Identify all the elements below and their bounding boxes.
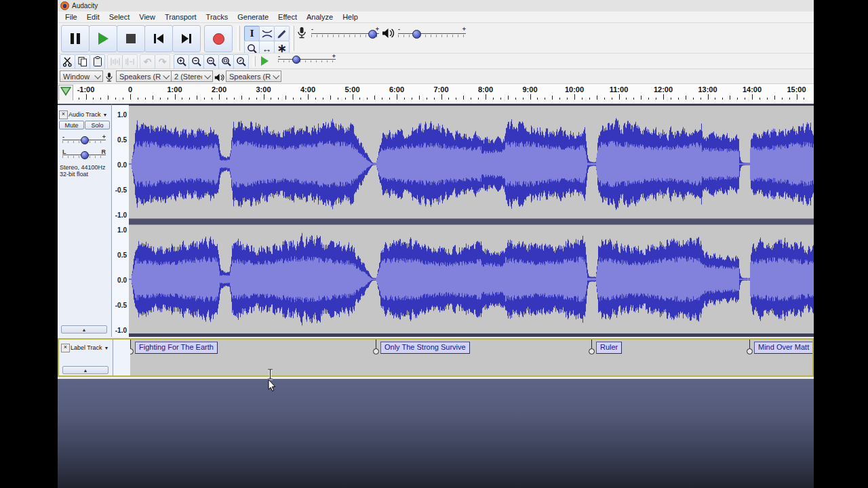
timeline-ruler[interactable]: -1:0001:002:003:004:005:006:007:008:009:… — [58, 83, 814, 101]
slider-thumb[interactable] — [368, 30, 377, 39]
ruler-tick — [456, 98, 456, 100]
gain-slider[interactable]: -+ — [62, 134, 106, 146]
menu-transport[interactable]: Transport — [160, 12, 201, 22]
recording-device-select[interactable]: Speakers (Realt — [116, 70, 172, 82]
ruler-tick — [86, 94, 87, 100]
edit-toolbar: ↶↷-+ — [58, 53, 814, 69]
ruler-tick — [278, 98, 279, 100]
toolbar-grip[interactable] — [292, 26, 294, 51]
scale-value: -1.0 — [115, 212, 127, 219]
playback-volume-slider[interactable]: -+ — [398, 26, 466, 41]
play-button[interactable] — [89, 25, 117, 52]
collapse-track-button[interactable]: ▲ — [62, 366, 108, 374]
pencil-icon — [276, 28, 288, 40]
label-drag-handle[interactable] — [373, 348, 379, 354]
ruler-tick — [300, 98, 301, 100]
timeline-pin-button[interactable] — [58, 85, 73, 101]
fit-project-button[interactable] — [218, 54, 234, 69]
label-text[interactable]: Fighting For The Earth — [135, 342, 218, 354]
slider-thumb[interactable] — [81, 136, 89, 144]
label-text[interactable]: Mind Over Matt — [754, 342, 812, 354]
scale-value: -0.5 — [115, 187, 127, 194]
window-title: Audacity — [72, 2, 98, 9]
draw-tool[interactable] — [274, 26, 290, 41]
ruler-tick — [471, 98, 471, 100]
fit-selection-button[interactable] — [203, 54, 219, 69]
track-name-menu[interactable]: Label Track▼ — [71, 344, 108, 351]
label-drag-handle[interactable] — [747, 348, 753, 354]
recording-channels-select[interactable]: 2 (Stereo) — [171, 70, 213, 82]
stop-button[interactable] — [117, 25, 145, 52]
skip-to-start-button[interactable] — [144, 25, 173, 52]
menu-view[interactable]: View — [134, 12, 160, 22]
toolbar-grip[interactable] — [253, 56, 256, 66]
label-text[interactable]: Only The Strong Survive — [380, 342, 470, 354]
recording-volume-slider[interactable]: -+ — [311, 26, 379, 41]
slider-thumb[interactable] — [292, 56, 300, 64]
label-drag-handle[interactable] — [130, 348, 134, 354]
menu-generate[interactable]: Generate — [233, 12, 273, 22]
label-area[interactable]: Fighting For The EarthOnly The Strong Su… — [130, 340, 812, 375]
menu-edit[interactable]: Edit — [82, 12, 104, 22]
zoom-in-button[interactable] — [174, 54, 189, 69]
playback-device-select[interactable]: Speakers (Realt — [226, 70, 281, 82]
close-track-button[interactable]: × — [61, 344, 70, 352]
track-format-info: 32-bit float — [60, 171, 88, 178]
ruler-tick — [552, 96, 553, 100]
menu-analyze[interactable]: Analyze — [302, 12, 338, 22]
redo-button: ↷ — [155, 54, 170, 69]
ruler-tick — [359, 98, 360, 100]
speaker-icon — [214, 73, 225, 84]
undo-icon: ↶ — [144, 57, 152, 66]
ruler-tick — [145, 98, 146, 100]
skip-to-end-button[interactable] — [172, 25, 201, 52]
paste-button[interactable] — [90, 54, 105, 69]
copy-button[interactable] — [75, 54, 90, 69]
play-at-speed-slider[interactable]: -+ — [278, 53, 336, 65]
close-track-button[interactable]: × — [59, 110, 68, 119]
collapse-track-button[interactable]: ▲ — [61, 325, 107, 333]
selection-tool[interactable]: I — [244, 26, 260, 41]
menu-help[interactable]: Help — [338, 12, 363, 22]
ruler-tick — [338, 98, 338, 100]
waveform-area[interactable] — [129, 104, 814, 337]
play-at-speed-icon — [261, 56, 269, 66]
label-drag-handle[interactable] — [589, 348, 595, 354]
ruler-tick — [175, 94, 176, 100]
label-track-left-strip — [113, 340, 130, 375]
menu-select[interactable]: Select — [104, 12, 135, 22]
audio-host-select[interactable]: Window — [60, 70, 103, 82]
menu-file[interactable]: File — [60, 12, 82, 22]
envelope-icon — [261, 28, 273, 40]
slider-thumb[interactable] — [81, 151, 89, 159]
label-text[interactable]: Ruler — [596, 342, 622, 354]
solo-button[interactable]: Solo — [85, 121, 110, 129]
pan-slider[interactable]: LR — [62, 148, 106, 161]
pause-button[interactable] — [61, 25, 90, 52]
envelope-tool[interactable] — [259, 26, 275, 41]
waveform-display[interactable] — [129, 104, 814, 337]
trim-audio-icon — [109, 56, 121, 68]
ruler-tick — [441, 94, 442, 100]
zoom-toggle-button[interactable] — [233, 54, 249, 69]
ruler-tick — [115, 98, 116, 100]
slider-thumb[interactable] — [412, 30, 421, 39]
play-at-speed-button[interactable] — [261, 56, 269, 66]
copy-icon — [77, 56, 89, 68]
empty-workspace-background — [58, 379, 814, 488]
slider-track — [278, 59, 336, 60]
ruler-tick — [382, 98, 382, 100]
menu-tracks[interactable]: Tracks — [201, 12, 233, 22]
track-name-menu[interactable]: Audio Track▼ — [68, 111, 107, 118]
ruler-tick — [633, 98, 634, 100]
title-bar: Audacity — [58, 0, 814, 12]
toolbar-grip[interactable] — [237, 26, 240, 51]
zoom-out-button[interactable] — [189, 54, 204, 69]
ruler-tick — [656, 98, 656, 100]
mute-button[interactable]: Mute — [59, 121, 84, 129]
cut-button[interactable] — [60, 54, 75, 69]
scale-value: 1.0 — [117, 227, 127, 234]
redo-icon: ↷ — [159, 57, 167, 66]
menu-effect[interactable]: Effect — [273, 12, 302, 22]
record-button[interactable] — [204, 25, 233, 52]
